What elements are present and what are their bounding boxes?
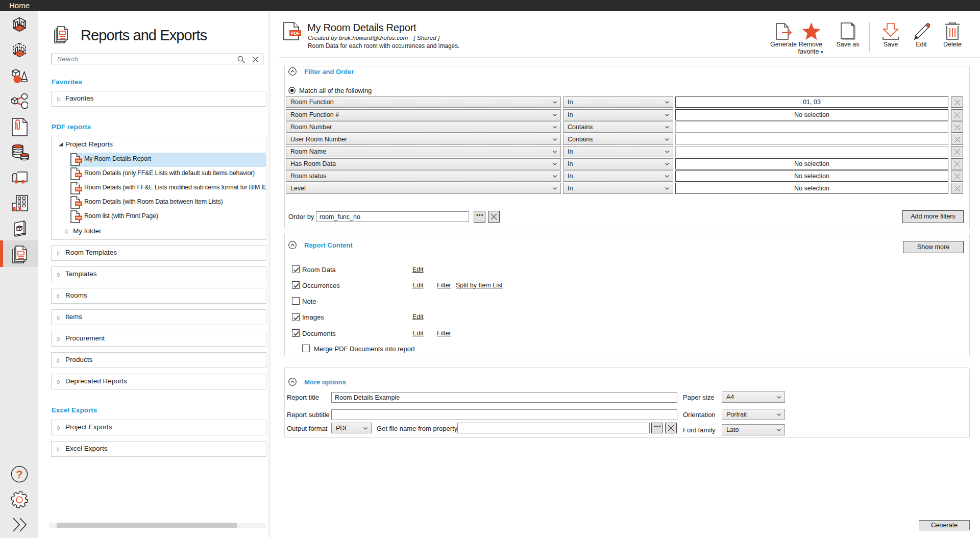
svg-text:?: ? (16, 468, 22, 481)
svg-text:PDF: PDF (76, 174, 82, 177)
svg-text:PDF: PDF (76, 202, 82, 205)
svg-text:PDF: PDF (291, 31, 301, 36)
svg-text:PDF: PDF (76, 216, 82, 219)
svg-text:PDF: PDF (76, 159, 82, 162)
svg-text:PDF: PDF (76, 188, 82, 191)
